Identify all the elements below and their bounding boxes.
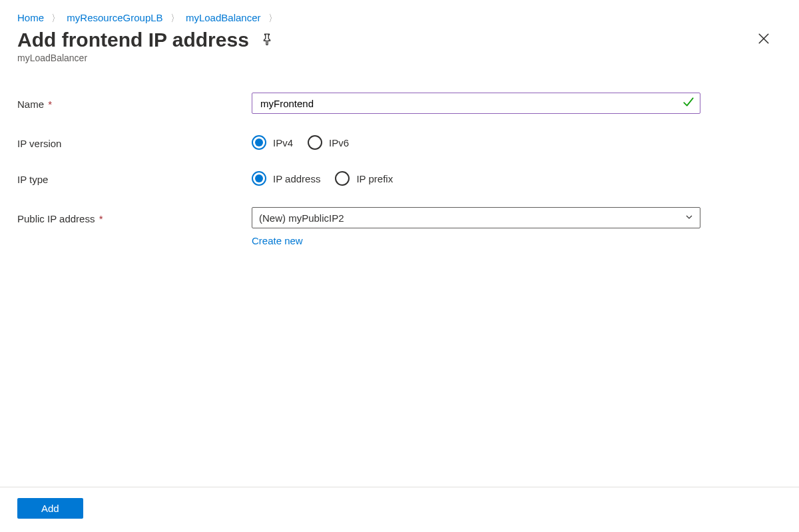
breadcrumb-link-home[interactable]: Home	[17, 12, 44, 23]
radio-unselected-icon	[308, 135, 322, 150]
radio-selected-icon	[252, 135, 266, 150]
breadcrumb: Home 〉 myResourceGroupLB 〉 myLoadBalance…	[0, 0, 799, 25]
radio-ipv6[interactable]: IPv6	[308, 135, 356, 150]
frontend-ip-form: Name * IP version IPv4 IPv6	[0, 63, 799, 246]
ip-type-label: IP type	[17, 172, 252, 185]
name-input[interactable]	[259, 97, 682, 110]
footer: Add	[0, 487, 799, 519]
radio-ipv6-label: IPv6	[329, 137, 349, 148]
chevron-right-icon: 〉	[49, 13, 61, 25]
radio-ip-address-label: IP address	[273, 173, 320, 184]
name-label: Name *	[17, 97, 252, 110]
public-ip-select[interactable]: (New) myPublicIP2	[252, 207, 700, 228]
radio-ipv4[interactable]: IPv4	[252, 135, 300, 150]
pin-icon[interactable]	[261, 33, 273, 47]
breadcrumb-link-loadbalancer[interactable]: myLoadBalancer	[186, 12, 261, 23]
checkmark-icon	[682, 96, 694, 111]
chevron-down-icon	[685, 213, 693, 223]
add-button[interactable]: Add	[17, 498, 83, 519]
radio-ipv4-label: IPv4	[273, 137, 293, 148]
page-subtitle: myLoadBalancer	[0, 51, 799, 63]
page-title: Add frontend IP address	[17, 29, 249, 51]
radio-unselected-icon	[335, 171, 350, 186]
radio-ip-prefix[interactable]: IP prefix	[335, 171, 400, 186]
name-input-wrap	[252, 93, 700, 114]
ip-version-label: IP version	[17, 136, 252, 149]
breadcrumb-link-resourcegroup[interactable]: myResourceGroupLB	[67, 12, 162, 23]
public-ip-label: Public IP address *	[17, 212, 252, 224]
chevron-right-icon: 〉	[168, 13, 180, 25]
chevron-right-icon: 〉	[266, 13, 278, 25]
public-ip-value: (New) myPublicIP2	[259, 212, 685, 224]
radio-selected-icon	[252, 171, 266, 186]
create-new-link[interactable]: Create new	[252, 235, 303, 246]
radio-ip-prefix-label: IP prefix	[356, 173, 393, 184]
close-icon[interactable]	[758, 33, 770, 48]
radio-ip-address[interactable]: IP address	[252, 171, 327, 186]
